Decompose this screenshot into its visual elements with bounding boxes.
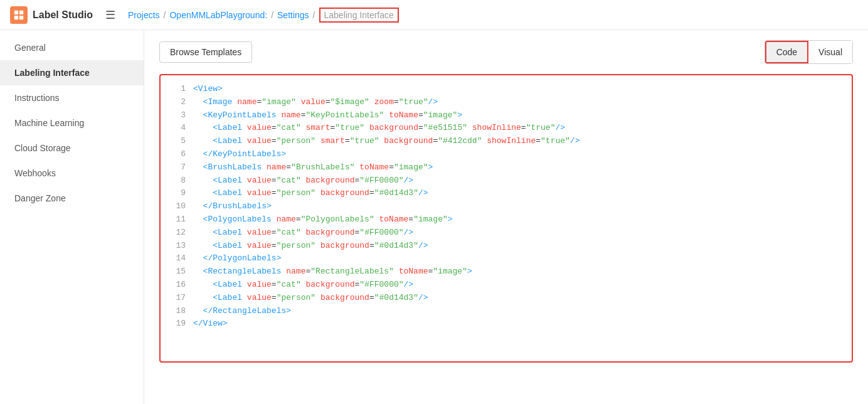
code-line-9: 9 <Label value="person" background="#0d1…	[161, 187, 852, 200]
code-line-17: 17 <Label value="person" background="#0d…	[161, 292, 852, 305]
sidebar-item-labeling-interface[interactable]: Labeling Interface	[0, 60, 144, 85]
sidebar-item-danger-zone[interactable]: Danger Zone	[0, 186, 144, 211]
visual-toggle-button[interactable]: Visual	[808, 41, 852, 63]
breadcrumb-active: Labeling Interface	[319, 8, 399, 23]
code-line-16: 16 <Label value="cat" background="#FF000…	[161, 279, 852, 292]
code-line-13: 13 <Label value="person" background="#0d…	[161, 240, 852, 253]
breadcrumb: Projects / OpenMMLabPlayground: / Settin…	[128, 8, 399, 23]
svg-rect-1	[19, 10, 23, 14]
view-toggle: Code Visual	[765, 40, 853, 64]
code-line-10: 10 </BrushLabels>	[161, 200, 852, 213]
code-line-6: 6 </KeyPointLabels>	[161, 148, 852, 161]
code-line-1: 1<View>	[161, 83, 852, 96]
code-toggle-button[interactable]: Code	[765, 41, 808, 63]
code-line-18: 18 </RectangleLabels>	[161, 305, 852, 318]
code-line-4: 4 <Label value="cat" smart="true" backgr…	[161, 122, 852, 135]
code-line-12: 12 <Label value="cat" background="#FF000…	[161, 226, 852, 240]
breadcrumb-sep-2: /	[271, 10, 273, 20]
breadcrumb-settings[interactable]: Settings	[277, 10, 309, 20]
code-line-14: 14 </PolygonLabels>	[161, 252, 852, 265]
code-line-11: 11 <PolygonLabels name="PolygonLabels" t…	[161, 213, 852, 226]
main-content: Browse Templates Code Visual 1<View>2 <I…	[144, 30, 868, 404]
sidebar: General Labeling Interface Instructions …	[0, 30, 144, 404]
breadcrumb-playground[interactable]: OpenMMLabPlayground:	[169, 10, 267, 20]
svg-rect-0	[14, 10, 18, 14]
code-line-2: 2 <Image name="image" value="$image" zoo…	[161, 96, 852, 109]
logo-icon	[10, 6, 28, 24]
breadcrumb-projects[interactable]: Projects	[128, 10, 160, 20]
layout: General Labeling Interface Instructions …	[0, 30, 868, 404]
sidebar-item-instructions[interactable]: Instructions	[0, 85, 144, 110]
sidebar-item-cloud-storage[interactable]: Cloud Storage	[0, 136, 144, 161]
sidebar-item-webhooks[interactable]: Webhooks	[0, 161, 144, 186]
logo: Label Studio	[10, 6, 93, 24]
code-line-7: 7 <BrushLabels name="BrushLabels" toName…	[161, 161, 852, 174]
browse-templates-button[interactable]: Browse Templates	[159, 41, 252, 63]
code-line-19: 19</View>	[161, 317, 852, 331]
breadcrumb-sep-3: /	[313, 10, 315, 20]
svg-rect-3	[19, 15, 23, 19]
code-editor: 1<View>2 <Image name="image" value="$ima…	[159, 74, 853, 363]
code-line-15: 15 <RectangleLabels name="RectangleLabel…	[161, 265, 852, 279]
topbar: Browse Templates Code Visual	[159, 40, 853, 64]
hamburger-icon[interactable]: ☰	[105, 8, 115, 22]
sidebar-item-machine-learning[interactable]: Machine Learning	[0, 110, 144, 136]
header: Label Studio ☰ Projects / OpenMMLabPlayg…	[0, 0, 868, 30]
code-line-8: 8 <Label value="cat" background="#FF0000…	[161, 174, 852, 188]
app-name: Label Studio	[33, 9, 93, 21]
breadcrumb-sep-1: /	[164, 10, 166, 20]
svg-rect-2	[14, 15, 18, 19]
code-line-5: 5 <Label value="person" smart="true" bac…	[161, 135, 852, 148]
sidebar-item-general[interactable]: General	[0, 35, 144, 60]
code-line-3: 3 <KeyPointLabels name="KeyPointLabels" …	[161, 109, 852, 122]
